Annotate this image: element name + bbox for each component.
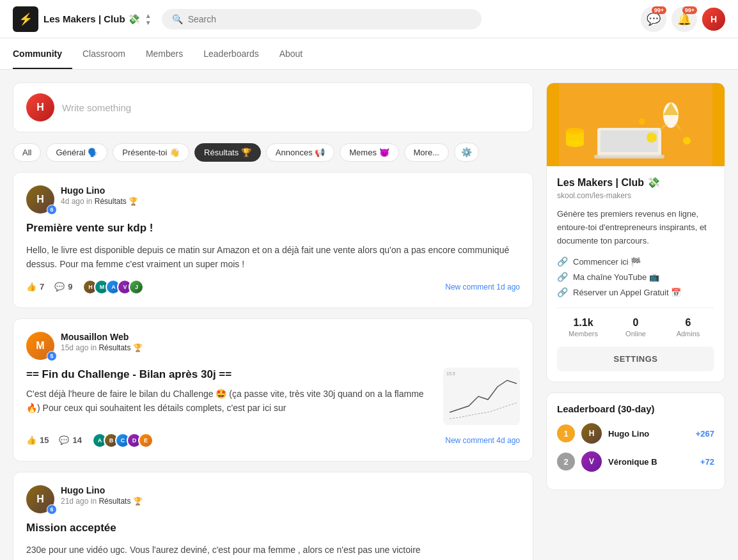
post-header: H 6 Hugo Lino 4d ago in Résultats 🏆 [26, 185, 520, 214]
community-card: Les Makers | Club 💸 skool.com/les-makers… [546, 82, 725, 382]
post-author-level-2: 5 [47, 351, 57, 361]
main-nav: Community Classroom Members Leaderboards… [0, 38, 738, 70]
lb-item-2: 2 V Véronique B +72 [557, 451, 714, 472]
post-time-1: 4d ago in Résultats 🏆 [61, 197, 138, 206]
stat-members-label: Members [557, 330, 609, 338]
post-thumbnail-2: 15.5 [443, 368, 520, 425]
comment-button-2[interactable]: 💬 14 [59, 435, 81, 445]
post-footer-2: 👍 15 💬 14 A B C D E New comment 4d ago [26, 433, 520, 448]
lb-points-1: +267 [696, 429, 714, 439]
comment-icon-2: 💬 [59, 435, 69, 445]
bell-badge: 99+ [682, 6, 697, 14]
svg-rect-0 [443, 368, 520, 425]
filter-general[interactable]: Général 🗣️ [46, 143, 107, 162]
post-meta-2: Mousaillon Web 15d ago in Résultats 🏆 [61, 332, 143, 352]
nav-item-community[interactable]: Community [13, 38, 72, 69]
logo-arrows[interactable]: ▲▼ [145, 12, 152, 26]
post-time-3: 21d ago in Résultats 🏆 [61, 497, 143, 506]
svg-point-8 [566, 128, 584, 134]
stat-admins-label: Admins [662, 330, 714, 338]
post-header-3: H 6 Hugo Lino 21d ago in Résultats 🏆 [26, 485, 520, 513]
post-author-level-1: 6 [47, 205, 57, 215]
sidebar: Les Makers | Club 💸 skool.com/les-makers… [546, 82, 725, 560]
messages-button[interactable]: 💬 99+ [641, 6, 666, 32]
link-icon-3: 🔗 [557, 287, 568, 297]
commenter-avatar: E [138, 433, 153, 448]
link-icon-1: 🔗 [557, 256, 568, 267]
lb-name-1[interactable]: Hugo Lino [608, 429, 689, 439]
notifications-button[interactable]: 🔔 99+ [671, 6, 697, 32]
like-button-2[interactable]: 👍 15 [26, 435, 49, 445]
nav-item-leaderboards[interactable]: Leaderboards [193, 38, 269, 69]
filter-settings-button[interactable]: ⚙️ [454, 143, 479, 162]
nav-item-members[interactable]: Members [136, 38, 193, 69]
post-time-2: 15d ago in Résultats 🏆 [61, 343, 143, 352]
post-body-1: Hello, le livre est disponible depuis ce… [26, 243, 520, 272]
post-card: H 6 Hugo Lino 4d ago in Résultats 🏆 Prem… [13, 172, 533, 308]
filter-presente[interactable]: Présente-toi 👋 [113, 143, 189, 162]
filter-icon: ⚙️ [461, 147, 472, 157]
search-input[interactable] [188, 14, 471, 24]
sidebar-link-3[interactable]: 🔗 Réserver un Appel Gratuit 📅 [557, 287, 714, 297]
logo[interactable]: ⚡ Les Makers | Club 💸 ▲▼ [13, 6, 152, 32]
filter-resultats[interactable]: Résultats 🏆 [194, 143, 261, 162]
logo-text: Les Makers | Club 💸 [43, 13, 140, 25]
commenters-2: A B C D E [92, 433, 153, 448]
like-count-1: 7 [40, 282, 44, 292]
post-meta-1: Hugo Lino 4d ago in Résultats 🏆 [61, 185, 138, 206]
new-comment-1: New comment 1d ago [445, 283, 520, 292]
svg-point-15 [639, 118, 645, 125]
lb-name-2[interactable]: Véronique B [608, 457, 694, 467]
stat-admins: 6 Admins [662, 317, 714, 338]
post-card-2: M 5 Mousaillon Web 15d ago in Résultats … [13, 318, 533, 462]
write-placeholder[interactable]: Write something [62, 102, 131, 113]
svg-point-13 [647, 132, 657, 143]
user-avatar[interactable]: H [702, 8, 725, 31]
logo-icon: ⚡ [13, 6, 38, 32]
filter-memes[interactable]: Memes 😈 [340, 143, 398, 162]
search-bar[interactable]: 🔍 [162, 9, 482, 29]
nav-item-classroom[interactable]: Classroom [72, 38, 136, 69]
settings-button[interactable]: SETTINGS [557, 346, 714, 371]
header: ⚡ Les Makers | Club 💸 ▲▼ 🔍 💬 99+ 🔔 99+ H [0, 0, 738, 38]
post-avatar-wrap: H 6 [26, 185, 54, 214]
stat-members: 1.1k Members [557, 317, 609, 338]
comment-button-1[interactable]: 💬 9 [54, 282, 72, 292]
messages-badge: 99+ [652, 6, 666, 14]
filter-all[interactable]: All [13, 143, 41, 162]
filter-more[interactable]: More... [404, 143, 449, 162]
sidebar-link-label-1: Commencer ici 🏁 [573, 257, 641, 267]
post-body-2: C'est déjà l'heure de faire le bilan du … [26, 387, 436, 416]
lb-item-1: 1 H Hugo Lino +267 [557, 423, 714, 444]
post-title-2[interactable]: == Fin du Challenge - Bilan après 30j == [26, 368, 436, 382]
svg-rect-4 [594, 155, 664, 159]
post-title-1[interactable]: Première vente sur kdp ! [26, 221, 520, 235]
post-title-3[interactable]: Mission acceptée [26, 521, 520, 535]
sidebar-link-1[interactable]: 🔗 Commencer ici 🏁 [557, 256, 714, 267]
like-button-1[interactable]: 👍 7 [26, 282, 44, 292]
write-box[interactable]: H Write something [13, 82, 533, 132]
like-icon-2: 👍 [26, 435, 36, 445]
leaderboard-card: Leaderboard (30-day) 1 H Hugo Lino +267 … [546, 393, 725, 490]
stat-online: 0 Online [609, 317, 662, 338]
lb-rank-1: 1 [557, 424, 575, 442]
post-author-1[interactable]: Hugo Lino [61, 185, 138, 196]
header-actions: 💬 99+ 🔔 99+ H [641, 6, 725, 32]
stat-online-label: Online [609, 330, 662, 338]
commenter-avatar: J [129, 279, 144, 295]
main-content: H Write something All Général 🗣️ Présent… [0, 70, 738, 560]
stat-admins-value: 6 [662, 317, 714, 329]
post-author-2[interactable]: Mousaillon Web [61, 332, 143, 342]
post-avatar-wrap-3: H 6 [26, 485, 54, 513]
user-post-avatar-img: H [26, 93, 54, 121]
post-body-3: 230e pour une vidéo ugc. Vous l'aurez de… [26, 543, 520, 557]
new-comment-2: New comment 4d ago [445, 436, 520, 445]
svg-point-14 [683, 137, 691, 144]
filter-annonces[interactable]: Annonces 📢 [266, 143, 334, 162]
post-header-2: M 5 Mousaillon Web 15d ago in Résultats … [26, 332, 520, 360]
sidebar-link-2[interactable]: 🔗 Ma chaîne YouTube 📺 [557, 272, 714, 282]
comment-icon-1: 💬 [54, 282, 65, 292]
post-author-3[interactable]: Hugo Lino [61, 485, 143, 495]
nav-item-about[interactable]: About [269, 38, 313, 69]
user-post-avatar: H [26, 93, 54, 121]
